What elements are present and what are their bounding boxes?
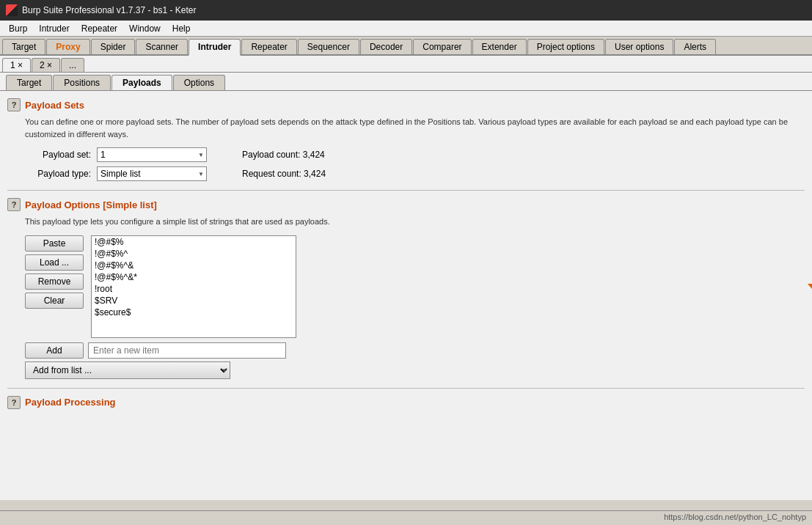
tab-intruder[interactable]: Intruder <box>189 39 241 56</box>
payload-processing-help-icon[interactable]: ? <box>7 396 21 409</box>
menu-bar: Burp Intruder Repeater Window Help <box>0 21 812 37</box>
payload-type-select[interactable]: Simple listRuntime fileCustom iteratorCh… <box>97 166 207 181</box>
sub-tab-2[interactable]: 2 × <box>32 58 60 72</box>
payload-processing-title: Payload Processing <box>25 397 116 408</box>
payload-options-area: Paste Load ... Remove Clear !@#$% !@#$%^… <box>7 235 805 338</box>
tab-sequencer[interactable]: Sequencer <box>298 39 359 54</box>
scroll-arrow-icon <box>808 282 812 291</box>
tab-extender[interactable]: Extender <box>472 39 527 54</box>
app-logo <box>6 4 18 16</box>
tab-scanner[interactable]: Scanner <box>136 39 188 54</box>
main-content: ? Payload Sets You can define one or mor… <box>0 91 812 500</box>
tab-repeater[interactable]: Repeater <box>241 39 296 54</box>
tab-target[interactable]: Target <box>2 39 45 54</box>
intruder-sub-tabs: Target Positions Payloads Options <box>0 73 812 91</box>
payload-processing-section: ? Payload Processing <box>7 396 805 409</box>
payload-sets-title: Payload Sets <box>25 100 84 111</box>
payload-sets-desc: You can define one or more payload sets.… <box>7 116 805 140</box>
tab-spider[interactable]: Spider <box>91 39 136 54</box>
payload-options-header: ? Payload Options [Simple list] <box>7 198 805 211</box>
list-item[interactable]: $secure$ <box>92 306 296 318</box>
payload-sets-help-icon[interactable]: ? <box>7 98 21 111</box>
status-bar: https://blog.csdn.net/python_LC_nohtyp <box>0 510 812 525</box>
payload-options-desc: This payload type lets you configure a s… <box>7 216 805 228</box>
payload-sets-section: ? Payload Sets You can define one or mor… <box>7 98 805 181</box>
payload-count-display: Payload count: 3,424 <box>242 150 325 160</box>
add-item-row: Add <box>7 342 805 359</box>
list-item[interactable]: $SRV <box>92 295 296 306</box>
main-tab-bar: Target Proxy Spider Scanner Intruder Rep… <box>0 37 812 56</box>
menu-repeater[interactable]: Repeater <box>76 22 123 35</box>
tab-project-options[interactable]: Project options <box>527 39 604 54</box>
sub-tab-more[interactable]: ... <box>61 58 84 72</box>
payload-type-label: Payload type: <box>25 169 91 179</box>
intruder-tab-options[interactable]: Options <box>173 75 225 90</box>
payload-action-buttons: Paste Load ... Remove Clear <box>25 235 84 338</box>
add-from-list-select[interactable]: Add from list ... <box>25 361 230 379</box>
list-item[interactable]: !@#$% <box>92 236 296 248</box>
intruder-instance-tabs: 1 × 2 × ... <box>0 56 812 73</box>
add-button[interactable]: Add <box>25 342 84 359</box>
tab-comparer[interactable]: Comparer <box>413 39 471 54</box>
list-item[interactable]: !@#$%^& <box>92 260 296 271</box>
payload-processing-header: ? Payload Processing <box>7 396 805 409</box>
payload-list[interactable]: !@#$% !@#$%^ !@#$%^& !@#$%^&* !root $SRV… <box>91 235 296 338</box>
payload-list-wrapper: !@#$% !@#$%^ !@#$%^& !@#$%^&* !root $SRV… <box>91 235 805 338</box>
menu-intruder[interactable]: Intruder <box>33 22 75 35</box>
payload-set-label: Payload set: <box>25 150 91 160</box>
menu-burp[interactable]: Burp <box>3 22 33 35</box>
intruder-tab-target[interactable]: Target <box>6 75 52 90</box>
menu-window[interactable]: Window <box>123 22 167 35</box>
payload-set-row: Payload set: 12 Payload count: 3,424 <box>7 147 805 162</box>
title-bar: Burp Suite Professional v1.7.37 - bs1 - … <box>0 0 812 21</box>
menu-help[interactable]: Help <box>167 22 197 35</box>
status-url: https://blog.csdn.net/python_LC_nohtyp <box>664 513 806 521</box>
load-button[interactable]: Load ... <box>25 254 84 271</box>
payload-type-row: Payload type: Simple listRuntime fileCus… <box>7 166 805 181</box>
tab-decoder[interactable]: Decoder <box>360 39 412 54</box>
payload-sets-header: ? Payload Sets <box>7 98 805 111</box>
section-separator <box>7 190 805 191</box>
tab-proxy[interactable]: Proxy <box>46 39 89 54</box>
payload-type-select-wrapper: Simple listRuntime fileCustom iteratorCh… <box>97 166 207 181</box>
payload-options-title: Payload Options [Simple list] <box>25 199 157 210</box>
sub-tab-1[interactable]: 1 × <box>2 58 31 72</box>
request-count-display: Request count: 3,424 <box>242 169 326 179</box>
tab-alerts[interactable]: Alerts <box>674 39 716 54</box>
paste-button[interactable]: Paste <box>25 235 84 252</box>
add-from-list-wrapper: Add from list ... <box>25 361 230 379</box>
payload-options-help-icon[interactable]: ? <box>7 198 21 211</box>
add-item-input[interactable] <box>88 342 286 359</box>
clear-button[interactable]: Clear <box>25 293 84 309</box>
payload-set-select-wrapper: 12 <box>97 147 207 162</box>
payload-set-select[interactable]: 12 <box>97 147 207 162</box>
intruder-tab-payloads[interactable]: Payloads <box>111 75 172 90</box>
add-from-list-row: Add from list ... <box>7 361 805 379</box>
list-item[interactable]: !root <box>92 283 296 295</box>
intruder-tab-positions[interactable]: Positions <box>53 75 111 90</box>
remove-button[interactable]: Remove <box>25 273 84 290</box>
processing-separator <box>7 388 805 389</box>
app-title: Burp Suite Professional v1.7.37 - bs1 - … <box>22 5 196 15</box>
list-item[interactable]: !@#$%^ <box>92 248 296 260</box>
payload-options-section: ? Payload Options [Simple list] This pay… <box>7 198 805 379</box>
tab-user-options[interactable]: User options <box>605 39 673 54</box>
list-item[interactable]: !@#$%^&* <box>92 271 296 283</box>
